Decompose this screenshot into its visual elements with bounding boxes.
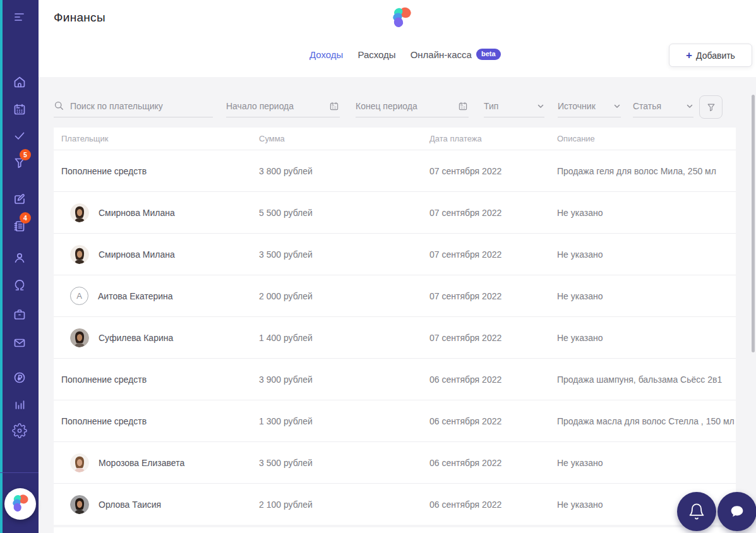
sidebar-item-tasks[interactable]: [0, 122, 39, 150]
table-row[interactable]: ААитова Екатерина 2 000 рублей 07 сентяб…: [54, 275, 736, 316]
sidebar-item-edit[interactable]: [0, 185, 39, 213]
tab-expenses-label: Расходы: [357, 49, 395, 60]
tab-online-cashier[interactable]: Онлайн-касса beta: [411, 49, 501, 60]
sidebar-item-clients[interactable]: [0, 272, 39, 299]
table-row[interactable]: Пополнение средств 1 300 рублей 06 сентя…: [54, 400, 736, 441]
payer-name: Пополнение средств: [61, 374, 147, 385]
table-row[interactable]: Пополнение средств 3 800 рублей 07 сентя…: [54, 150, 736, 191]
chart-icon: [12, 397, 27, 412]
menu-toggle-button[interactable]: [0, 3, 39, 31]
gear-icon: [12, 423, 27, 438]
sidebar-item-job[interactable]: [0, 301, 39, 328]
payment-date: 06 сентября 2022: [422, 458, 549, 468]
check-icon: [12, 128, 27, 143]
source-dropdown-label: Источник: [558, 101, 613, 111]
tab-online-cashier-label: Онлайн-касса: [411, 49, 472, 60]
period-end-label: Конец периода: [356, 101, 457, 111]
amount: 2 100 рублей: [251, 500, 422, 510]
search-field[interactable]: [54, 95, 213, 117]
tab-income-label: Доходы: [309, 49, 343, 60]
mail-icon: [12, 335, 27, 350]
amount: 1 300 рублей: [251, 416, 422, 426]
add-button[interactable]: + Добавить: [669, 44, 752, 67]
avatar: [70, 245, 89, 264]
table-row[interactable]: Суфилева Карина 1 400 рублей 07 сентября…: [54, 316, 736, 358]
payment-date: 07 сентября 2022: [422, 208, 549, 218]
description: Продажа шампуня, бальзама Сьёсс 2в1: [549, 374, 736, 385]
sidebar-item-filter[interactable]: 5: [0, 149, 39, 177]
period-start-label: Начало периода: [226, 101, 328, 111]
tab-income[interactable]: Доходы: [309, 49, 343, 60]
payer-name: Смирнова Милана: [99, 208, 175, 218]
sidebar-item-settings[interactable]: [0, 417, 39, 445]
table-row-partial: [54, 527, 736, 533]
table-row[interactable]: Орлова Таисия 2 100 рублей 06 сентября 2…: [54, 483, 736, 525]
period-end-field[interactable]: Конец периода: [356, 95, 469, 117]
sidebar-item-stats[interactable]: [0, 390, 39, 418]
avatar: А: [70, 287, 88, 305]
payer-name: Аитова Екатерина: [98, 291, 173, 301]
calendar-icon: [12, 102, 27, 117]
payment-date: 07 сентября 2022: [422, 333, 549, 343]
filter-badge: 5: [20, 149, 31, 160]
main-content: Начало периода Конец периода Тип Источни…: [39, 77, 756, 533]
briefcase-icon: [12, 307, 27, 322]
sidebar-item-home[interactable]: [0, 68, 39, 96]
payer-name: Пополнение средств: [61, 166, 147, 176]
filter-button[interactable]: [699, 95, 723, 119]
chevron-down-icon: [537, 102, 544, 110]
payment-date: 06 сентября 2022: [422, 416, 549, 426]
sidebar: 5 4: [0, 0, 39, 533]
sidebar-item-finance[interactable]: [0, 364, 39, 392]
scrollbar-thumb[interactable]: [752, 95, 755, 352]
brand-logo: [388, 5, 415, 32]
payment-date: 06 сентября 2022: [422, 500, 549, 510]
table-header: Плательщик Сумма Дата платежа Описание: [54, 128, 736, 150]
source-dropdown[interactable]: Источник: [558, 95, 621, 117]
chevron-down-icon: [613, 102, 621, 110]
search-input[interactable]: [70, 101, 203, 111]
tab-expenses[interactable]: Расходы: [357, 49, 395, 60]
sidebar-logo[interactable]: [4, 488, 36, 520]
avatar: [70, 453, 89, 472]
table-row[interactable]: Пополнение средств 3 900 рублей 06 сентя…: [54, 358, 736, 400]
table-row[interactable]: Смирнова Милана 5 500 рублей 07 сентября…: [54, 191, 736, 233]
amount: 2 000 рублей: [251, 291, 422, 301]
chevron-down-icon: [686, 102, 693, 110]
description: Не указано: [549, 291, 736, 301]
description: Продажа масла для волос Стелла , 150 мл: [549, 416, 736, 426]
calendar-icon: [328, 100, 340, 112]
payer-name: Орлова Таисия: [99, 500, 161, 510]
sidebar-item-mail[interactable]: [0, 329, 39, 357]
payer-name: Суфилева Карина: [99, 333, 173, 343]
col-description: Описание: [549, 134, 736, 143]
sidebar-item-calendar[interactable]: [0, 95, 39, 123]
payer-name: Пополнение средств: [61, 416, 147, 426]
chat-button[interactable]: [717, 492, 756, 531]
table-row[interactable]: Морозова Елизавета 3 500 рублей 06 сентя…: [54, 441, 736, 483]
payments-table: Плательщик Сумма Дата платежа Описание П…: [54, 128, 736, 525]
brand-logo-icon: [9, 493, 32, 515]
sidebar-item-journal[interactable]: 4: [0, 212, 39, 240]
description: Не указано: [549, 333, 736, 343]
menu-icon: [12, 9, 27, 25]
calendar-icon: [457, 100, 469, 112]
col-payer: Плательщик: [54, 134, 251, 143]
notifications-button[interactable]: [677, 492, 716, 531]
sidebar-item-person[interactable]: [0, 244, 39, 272]
type-dropdown[interactable]: Тип: [484, 95, 544, 117]
payer-name: Смирнова Милана: [99, 249, 175, 260]
user-icon: [12, 250, 27, 265]
avatar: [70, 495, 89, 514]
period-start-field[interactable]: Начало периода: [226, 95, 340, 117]
search-icon: [54, 100, 64, 111]
payer-name: Морозова Елизавета: [99, 458, 184, 468]
article-dropdown[interactable]: Статья: [633, 95, 693, 117]
col-date: Дата платежа: [422, 134, 549, 143]
page-title: Финансы: [54, 11, 105, 25]
chat-icon: [728, 503, 746, 520]
table-row[interactable]: Смирнова Милана 3 500 рублей 07 сентября…: [54, 233, 736, 275]
header: Финансы Доходы Расходы Онлайн-касса beta…: [39, 0, 756, 77]
add-button-label: Добавить: [696, 51, 735, 61]
amount: 5 500 рублей: [251, 208, 422, 218]
